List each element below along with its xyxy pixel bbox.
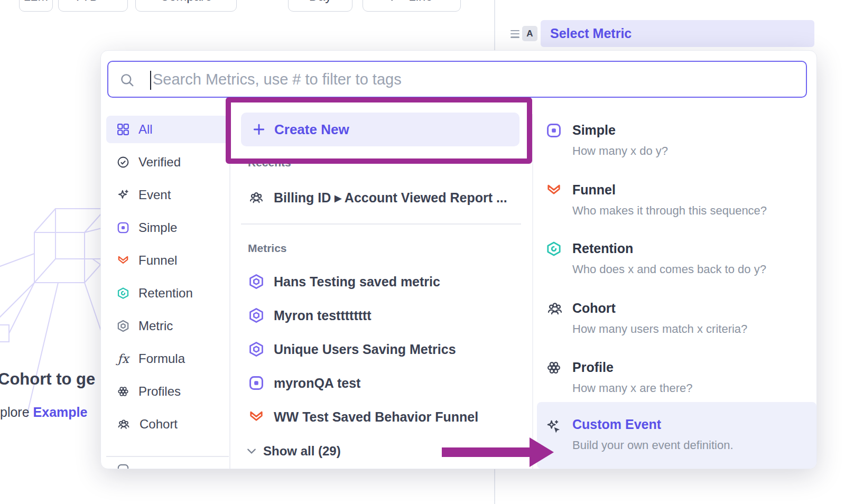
recents-header: Recents	[248, 156, 291, 169]
column-divider	[532, 114, 533, 469]
category-all[interactable]: All	[106, 116, 229, 143]
category-event[interactable]: Event	[106, 181, 229, 209]
profiles-flower-icon	[546, 360, 562, 376]
sidebar-section-divider	[106, 456, 229, 457]
select-metric-button[interactable]: Select Metric	[541, 20, 814, 47]
category-retention[interactable]: Retention	[106, 279, 229, 307]
cohort-people-icon	[117, 418, 131, 431]
type-name: Cohort	[572, 301, 816, 316]
category-profiles[interactable]: Profiles	[106, 378, 229, 405]
category-formula[interactable]: ƒx Formula	[106, 345, 229, 372]
funnel-icon	[248, 409, 264, 425]
type-description: Build your own event definition.	[572, 438, 816, 452]
category-metric[interactable]: Metric	[106, 312, 229, 340]
recents-divider	[241, 223, 521, 225]
type-name: Simple	[572, 123, 816, 138]
type-name: Funnel	[572, 182, 816, 198]
granularity-day-label: Day	[309, 0, 332, 4]
category-funnel[interactable]: Funnel	[106, 247, 229, 274]
sidebar-divider	[229, 110, 230, 469]
cohort-people-icon	[248, 190, 264, 205]
recent-item-billing-id[interactable]: Billing ID ▸ Account Viewed Report ...	[241, 185, 526, 210]
partial-category-icon[interactable]	[117, 463, 129, 469]
show-all-label: Show all (29)	[263, 444, 341, 459]
granularity-day-button[interactable]: Day	[288, 0, 352, 12]
type-funnel[interactable]: Funnel Who makes it through this sequenc…	[537, 182, 816, 218]
category-label: Funnel	[138, 253, 177, 268]
example-reports-link[interactable]: Example	[33, 405, 88, 419]
search-icon	[120, 73, 134, 87]
type-retention[interactable]: Retention Who does x and comes back to d…	[537, 241, 816, 276]
range-ytd-button[interactable]: YTD	[58, 0, 128, 12]
type-simple[interactable]: Simple How many x do y?	[537, 123, 816, 158]
create-new-button[interactable]: Create New	[241, 113, 519, 146]
metric-item-label: WW Test Saved Behavior Funnel	[274, 409, 478, 425]
chart-type-line-label: Line	[409, 0, 432, 4]
metric-item[interactable]: Hans Testing saved metric	[241, 269, 526, 294]
recent-item-label: Billing ID ▸ Account Viewed Report ...	[274, 190, 507, 206]
search-input[interactable]	[108, 62, 806, 97]
metric-item[interactable]: myronQA test	[241, 370, 526, 396]
type-profile[interactable]: Profile How many x are there?	[537, 360, 816, 395]
create-new-label: Create New	[274, 122, 349, 138]
range-12m-button[interactable]: 12M	[19, 0, 53, 12]
category-label: Cohort	[140, 417, 178, 432]
grid-icon	[117, 123, 129, 136]
type-name: Retention	[572, 241, 816, 256]
category-label: Metric	[138, 319, 173, 333]
metric-hexagon-icon	[248, 307, 264, 323]
metric-item[interactable]: Unique Users Saving Metrics	[241, 337, 526, 362]
metric-hexagon-icon	[248, 341, 264, 357]
search-box	[107, 61, 807, 98]
cohort-people-icon	[546, 301, 564, 316]
custom-event-spark-icon	[546, 419, 562, 435]
metric-picker-screen: 12M YTD Compare Day Line A Select Metric…	[0, 0, 854, 504]
type-description: Who makes it through this sequence?	[572, 204, 816, 218]
simple-square-icon	[117, 221, 129, 234]
category-simple[interactable]: Simple	[106, 214, 229, 241]
metric-row-letter-badge: A	[522, 26, 537, 41]
chevron-down-icon	[247, 448, 256, 454]
metric-item-label: Myron testttttttt	[274, 308, 372, 323]
funnel-icon	[546, 182, 562, 198]
metric-item[interactable]: WW Test Saved Behavior Funnel	[241, 404, 526, 430]
retention-hexagon-icon	[546, 241, 562, 257]
event-spark-icon	[117, 189, 129, 201]
type-name: Custom Event	[572, 402, 816, 432]
plus-icon	[253, 123, 265, 136]
chart-type-line-button[interactable]: Line	[363, 0, 461, 12]
formula-icon: ƒx	[117, 352, 129, 366]
category-label: Retention	[138, 286, 193, 301]
range-ytd-label: YTD	[73, 0, 99, 4]
drag-handle-icon[interactable]	[510, 30, 519, 40]
metric-hexagon-icon	[117, 320, 129, 332]
type-description: How many x do y?	[572, 144, 816, 158]
simple-square-icon	[546, 123, 562, 138]
metric-item-label: Hans Testing saved metric	[274, 274, 440, 290]
metric-hexagon-icon	[248, 274, 264, 290]
profiles-flower-icon	[117, 385, 129, 398]
compare-button[interactable]: Compare	[135, 0, 237, 12]
verified-badge-icon	[117, 156, 129, 169]
retention-hexagon-icon	[117, 287, 129, 300]
type-custom-event[interactable]: Custom Event Build your own event defini…	[537, 402, 816, 469]
category-label: Simple	[138, 220, 177, 235]
metric-item[interactable]: Myron testttttttt	[241, 303, 526, 328]
text-caret	[150, 71, 151, 90]
show-all-button[interactable]: Show all (29)	[243, 440, 341, 463]
subline-text-fragment: plore	[0, 405, 33, 419]
category-cohort[interactable]: Cohort	[106, 410, 229, 438]
category-label: Profiles	[138, 384, 181, 399]
type-name: Profile	[572, 360, 816, 375]
metrics-header: Metrics	[248, 242, 287, 255]
category-verified[interactable]: Verified	[106, 148, 229, 176]
type-cohort[interactable]: Cohort How many users match x criteria?	[537, 301, 816, 336]
metric-item-label: Unique Users Saving Metrics	[274, 342, 456, 357]
metric-item-label: myronQA test	[274, 376, 360, 391]
category-label: Event	[138, 188, 171, 202]
compare-label: Compare	[160, 0, 212, 4]
category-label: Formula	[138, 351, 185, 366]
type-description: Who does x and comes back to do y?	[572, 263, 816, 276]
empty-state-subline: plore Example	[0, 405, 87, 420]
type-description: How many users match x criteria?	[572, 322, 816, 336]
